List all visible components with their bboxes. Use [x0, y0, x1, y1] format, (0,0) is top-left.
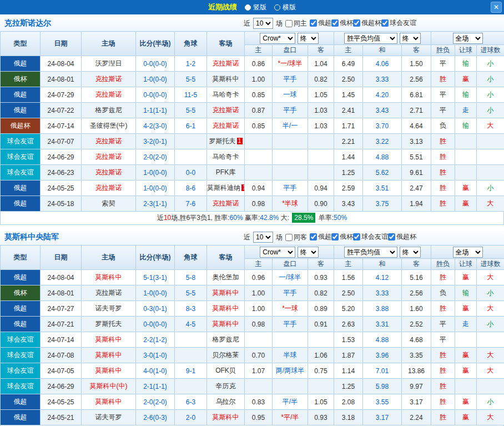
score: 2-1(1-1) [136, 379, 175, 394]
league-checkbox[interactable] [331, 19, 339, 27]
euro-away-odds: 3.35 [402, 348, 431, 363]
summary-stat: 10 [164, 214, 171, 222]
page-title: 近期战绩 [208, 2, 237, 12]
same-venue-toggle[interactable]: 同客 [285, 233, 307, 242]
rows-body: 俄超 24-08-04 沃罗湼日 0-0(0-0) 1-2 克拉斯诺 0.86 … [1, 56, 504, 212]
asia-home-odds: 1.00 [245, 301, 273, 317]
league-label: 俄杯 [340, 18, 353, 28]
league-checkbox[interactable] [381, 19, 389, 27]
league-filter[interactable]: 俄超杯 [353, 18, 381, 28]
subcol-euro-draw: 和 [363, 45, 402, 56]
asia-home-odds: 0.70 [245, 348, 273, 363]
match-count-select[interactable]: 10 [253, 232, 273, 243]
league-filter[interactable]: 俄超 [310, 18, 331, 28]
home-team: 诺夫哥罗 [82, 301, 136, 317]
same-venue-label: 同客 [294, 233, 307, 242]
asia-away-odds: 0.94 [308, 181, 334, 196]
match-row: 俄超 24-05-25 克拉斯诺 1-0(0-0) 8-6 莫斯科迪纳1 0.9… [1, 181, 504, 196]
handicap-result: 赢 [455, 181, 477, 196]
league-filter[interactable]: 俄杯 [331, 232, 353, 242]
europe-final-select[interactable]: 终 [400, 33, 421, 44]
euro-draw-odds: 3.17 [363, 410, 402, 425]
team-label: OFK贝 [215, 367, 236, 374]
match-result: 平 [431, 332, 455, 348]
team-label: 克拉斯诺 [213, 199, 239, 207]
league-checkbox[interactable] [353, 19, 360, 27]
league-checkbox[interactable] [388, 233, 395, 240]
match-date: 24-08-01 [41, 285, 82, 301]
match-row: 球会友谊 24-07-07 克拉斯诺 3-2(0-1) 罗斯托夫1 2.21 3… [1, 134, 504, 149]
euro-away-odds: 9.61 [402, 165, 431, 181]
match-result: 平 [431, 103, 455, 118]
asia-away-odds: 1.05 [308, 394, 334, 410]
scope-select[interactable]: 全场 [453, 247, 483, 258]
summary-stat: 60% [230, 214, 243, 222]
asia-away-odds: 0.93 [308, 410, 334, 425]
euro-away-odds: 1.94 [402, 196, 431, 212]
euro-draw-odds: 3.70 [363, 118, 402, 134]
layout-horizontal-option[interactable]: 横版 [274, 3, 296, 12]
league-checkbox[interactable] [310, 19, 317, 27]
close-button[interactable]: ✕ [491, 2, 502, 13]
league-checkbox[interactable] [331, 233, 339, 240]
league-filter[interactable]: 俄超杯 [388, 232, 416, 242]
asia-handicap: 平手 [273, 103, 308, 118]
section-header: 克拉斯诺达尔 近 10 场 同主 俄超 俄杯 俄超杯 球会友谊 [0, 16, 504, 31]
asia-handicap: 平/半 [273, 394, 308, 410]
same-venue-checkbox[interactable] [285, 20, 293, 27]
league-checkbox[interactable] [310, 233, 317, 240]
league-filter[interactable]: 球会友谊 [381, 18, 416, 28]
bookmaker-select[interactable]: Crow* [260, 247, 295, 258]
team-label: 贝尔格莱 [213, 351, 239, 359]
euro-away-odds: 2.56 [402, 72, 431, 87]
subcol-handicap-result: 让球 [455, 45, 477, 56]
asia-handicap: 两/两球半 [273, 363, 308, 379]
layout-vertical-option[interactable]: 竖版 [245, 3, 266, 12]
goals-result: 小 [477, 56, 504, 72]
same-venue-checkbox[interactable] [285, 234, 293, 241]
corner-score: 5-5 [175, 285, 207, 301]
score: 0-0(0-0) [136, 56, 175, 72]
asia-final-select[interactable]: 终 [298, 33, 319, 44]
team-label: 克拉斯诺 [213, 122, 239, 129]
home-team: 莫斯科中 [82, 348, 136, 363]
league-filter[interactable]: 俄超 [310, 232, 331, 242]
league-checkbox[interactable] [353, 233, 360, 240]
col-home: 主场 [82, 32, 136, 56]
euro-draw-odds: 3.33 [363, 72, 402, 87]
same-venue-toggle[interactable]: 同主 [285, 19, 307, 28]
goals-result [477, 149, 504, 165]
corner-score [175, 149, 207, 165]
bookmaker-select[interactable]: Crow* [260, 33, 295, 44]
league-filter[interactable]: 俄杯 [331, 18, 353, 28]
home-team: 格罗兹尼 [82, 103, 136, 118]
subcol-asia-away: 客 [308, 259, 334, 270]
europe-avg-select[interactable]: 胜平负均值 [344, 247, 397, 258]
home-team: 克拉斯诺 [82, 149, 136, 165]
goals-result: 大 [477, 301, 504, 317]
score: 1-0(0-0) [136, 181, 175, 196]
euro-away-odds: 2.56 [402, 285, 431, 301]
europe-avg-select[interactable]: 胜平负均值 [344, 33, 397, 44]
away-team: 贝尔格莱 [207, 348, 245, 363]
filter-controls: 近 10 场 同客 俄超 俄杯 球会友谊 俄超杯 [244, 232, 416, 243]
europe-final-select[interactable]: 终 [400, 247, 421, 258]
asia-handicap: *平/半 [273, 410, 308, 425]
league-filter[interactable]: 球会友谊 [353, 232, 388, 242]
asia-odds-group: Crow* 终 [245, 245, 334, 259]
euro-away-odds: 5.16 [402, 270, 431, 285]
match-date: 24-07-08 [41, 348, 82, 363]
asia-home-odds: 0.96 [245, 270, 273, 285]
scope-select[interactable]: 全场 [453, 33, 483, 44]
asia-away-odds: 1.04 [308, 56, 334, 72]
home-team: 莫斯科中 [82, 394, 136, 410]
subcol-asia-home: 主 [245, 259, 273, 270]
corner-score: 11-5 [175, 87, 207, 103]
euro-draw-odds: 5.62 [363, 165, 402, 181]
goals-result: 大 [477, 410, 504, 425]
euro-away-odds: 4.68 [402, 332, 431, 348]
asia-final-select[interactable]: 终 [298, 247, 319, 258]
match-row: 俄超 24-05-25 莫斯科中 2-0(2-0) 6-3 乌拉尔 0.83 平… [1, 394, 504, 410]
match-count-select[interactable]: 10 [253, 18, 273, 29]
match-result: 平 [431, 317, 455, 332]
